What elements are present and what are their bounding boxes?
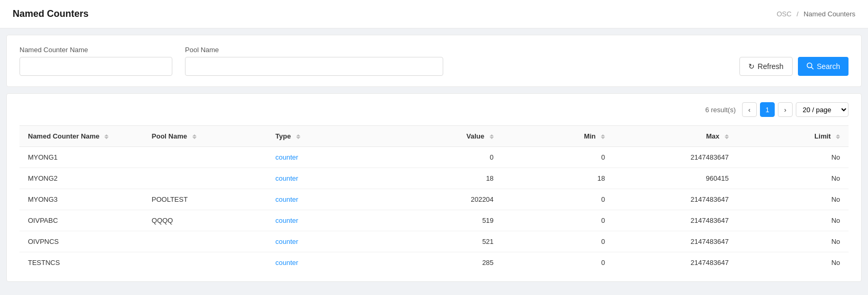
table-cell: No	[737, 147, 849, 168]
prev-page-button[interactable]: ‹	[742, 102, 757, 117]
table-cell: No	[737, 168, 849, 189]
named-counter-name-input[interactable]	[19, 57, 172, 76]
col-header-name: Named Counter Name	[19, 126, 143, 147]
breadcrumb-current: Named Counters	[804, 10, 855, 18]
table-row: TESTNCScounter28502147483647No	[19, 252, 849, 273]
page-size-select[interactable]: 20 / page 50 / page 100 / page	[796, 102, 849, 117]
col-header-pool: Pool Name	[143, 126, 267, 147]
pagination: ‹ 1 › 20 / page 50 / page 100 / page	[742, 102, 849, 117]
table-cell	[143, 252, 267, 273]
col-header-max: Max	[613, 126, 737, 147]
table-cell	[143, 168, 267, 189]
table-header-row: Named Counter Name Pool Name	[19, 126, 849, 147]
breadcrumb-separator: /	[796, 10, 798, 18]
table-cell: MYONG2	[19, 168, 143, 189]
table-cell: QQQQ	[143, 210, 267, 231]
table-cell: counter	[267, 147, 378, 168]
search-icon	[806, 62, 814, 71]
table-cell: 0	[502, 147, 613, 168]
table-cell: 2147483647	[613, 189, 737, 210]
table-row: MYONG1counter002147483647No	[19, 147, 849, 168]
sort-icon-min[interactable]	[601, 134, 605, 139]
type-value[interactable]: counter	[276, 238, 298, 245]
table-cell: counter	[267, 231, 378, 252]
named-counter-name-label: Named Counter Name	[19, 46, 172, 54]
table-cell: MYONG3	[19, 189, 143, 210]
sort-icon-limit[interactable]	[836, 134, 840, 139]
type-value[interactable]: counter	[276, 153, 298, 161]
table-cell	[143, 147, 267, 168]
table-cell: counter	[267, 168, 378, 189]
sort-icon-max[interactable]	[725, 134, 729, 139]
table-row: OIVPABCQQQQcounter51902147483647No	[19, 210, 849, 231]
table-cell: 285	[378, 252, 502, 273]
table-section: 6 result(s) ‹ 1 › 20 / page 50 / page 10…	[6, 93, 862, 282]
breadcrumb-parent: OSC	[777, 10, 792, 18]
page-title: Named Counters	[13, 8, 89, 19]
sort-icon-pool[interactable]	[192, 134, 197, 139]
table-cell: 2147483647	[613, 210, 737, 231]
type-value[interactable]: counter	[276, 259, 298, 267]
refresh-button[interactable]: ↻ Refresh	[739, 57, 793, 76]
sort-icon-type[interactable]	[296, 134, 300, 139]
table-cell: 960415	[613, 168, 737, 189]
table-cell: TESTNCS	[19, 252, 143, 273]
search-button[interactable]: Search	[798, 57, 849, 76]
result-count: 6 result(s)	[705, 106, 736, 114]
table-cell: 0	[502, 210, 613, 231]
table-cell: 202204	[378, 189, 502, 210]
table-cell: MYONG1	[19, 147, 143, 168]
table-cell: counter	[267, 210, 378, 231]
table-cell: counter	[267, 189, 378, 210]
refresh-label: Refresh	[758, 62, 784, 71]
pool-name-field: Pool Name	[185, 46, 443, 76]
table-cell: No	[737, 231, 849, 252]
table-cell: 2147483647	[613, 231, 737, 252]
sort-icon-name[interactable]	[104, 134, 109, 139]
search-label: Search	[817, 62, 840, 71]
type-value[interactable]: counter	[276, 195, 298, 203]
table-cell: No	[737, 189, 849, 210]
page-1-button[interactable]: 1	[760, 102, 775, 117]
col-header-value: Value	[378, 126, 502, 147]
pool-name-label: Pool Name	[185, 46, 443, 54]
type-value[interactable]: counter	[276, 174, 298, 182]
next-page-button[interactable]: ›	[778, 102, 793, 117]
table-cell: 521	[378, 231, 502, 252]
table-cell: 2147483647	[613, 147, 737, 168]
pool-name-input[interactable]	[185, 57, 443, 76]
table-cell: POOLTEST	[143, 189, 267, 210]
table-cell: 18	[502, 168, 613, 189]
sort-icon-value[interactable]	[490, 134, 494, 139]
named-counters-table: Named Counter Name Pool Name	[19, 125, 849, 273]
svg-line-1	[811, 67, 813, 69]
table-row: OIVPNCScounter52102147483647No	[19, 231, 849, 252]
filter-section: Named Counter Name Pool Name ↻ Refresh	[6, 35, 862, 87]
table-cell: 2147483647	[613, 252, 737, 273]
table-cell: OIVPNCS	[19, 231, 143, 252]
breadcrumb: OSC / Named Counters	[777, 10, 855, 18]
type-value[interactable]: counter	[276, 217, 298, 224]
table-meta: 6 result(s) ‹ 1 › 20 / page 50 / page 10…	[19, 102, 849, 117]
col-header-type: Type	[267, 126, 378, 147]
table-cell: No	[737, 252, 849, 273]
col-header-min: Min	[502, 126, 613, 147]
table-cell: No	[737, 210, 849, 231]
table-row: MYONG2counter1818960415No	[19, 168, 849, 189]
filter-row: Named Counter Name Pool Name ↻ Refresh	[19, 46, 849, 76]
table-cell: counter	[267, 252, 378, 273]
table-row: MYONG3POOLTESTcounter20220402147483647No	[19, 189, 849, 210]
table-cell: 0	[502, 189, 613, 210]
named-counter-name-field: Named Counter Name	[19, 46, 172, 76]
table-cell	[143, 231, 267, 252]
table-cell: OIVPABC	[19, 210, 143, 231]
table-cell: 0	[378, 147, 502, 168]
table-cell: 0	[502, 231, 613, 252]
table-cell: 519	[378, 210, 502, 231]
page-header: Named Counters OSC / Named Counters	[0, 0, 868, 28]
col-header-limit: Limit	[737, 126, 849, 147]
table-cell: 18	[378, 168, 502, 189]
filter-buttons: ↻ Refresh Search	[739, 57, 849, 76]
table-cell: 0	[502, 252, 613, 273]
refresh-icon: ↻	[748, 62, 755, 71]
